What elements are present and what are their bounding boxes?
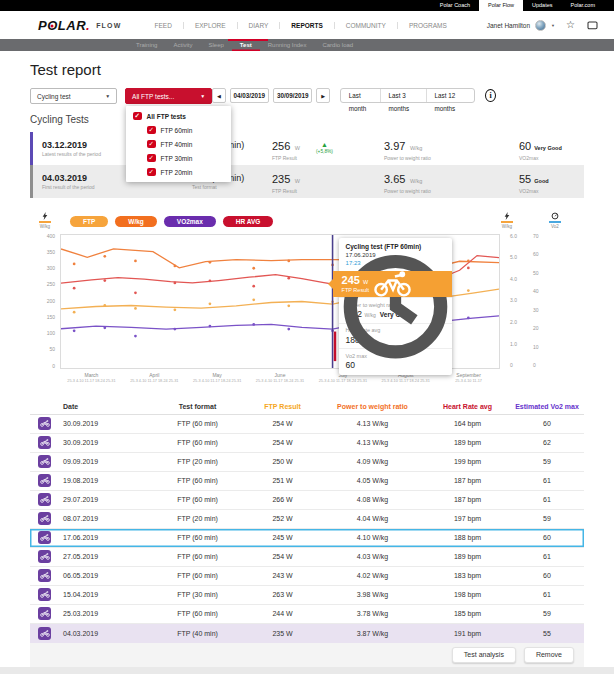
- legend-pill-w-kg[interactable]: W/kg: [115, 216, 157, 227]
- checkbox-checked-icon[interactable]: ✓: [147, 154, 156, 163]
- legend-pill-hr-avg[interactable]: HR AVG: [223, 216, 274, 227]
- data-point[interactable]: [287, 327, 290, 330]
- favorites-star-icon[interactable]: ☆: [566, 20, 575, 30]
- avatar[interactable]: [535, 20, 546, 31]
- data-point[interactable]: [287, 259, 290, 262]
- nav-item-community[interactable]: COMMUNITY: [334, 22, 397, 29]
- subnav-activity[interactable]: Activity: [165, 39, 200, 51]
- subnav-cardio-load[interactable]: Cardio load: [314, 39, 361, 51]
- range-last-3-months[interactable]: Last 3 months: [380, 89, 426, 102]
- range-last-12-months[interactable]: Last 12 months: [426, 89, 475, 102]
- nav-item-explore[interactable]: EXPLORE: [183, 22, 237, 29]
- table-row[interactable]: 19.08.2019FTP (60 min)251 W4.05 W/kg187 …: [30, 472, 584, 491]
- filter-option-ftp-20min[interactable]: ✓FTP 20min: [126, 165, 231, 179]
- filter-option-ftp-60min[interactable]: ✓FTP 60min: [126, 123, 231, 137]
- column-header-power-to-weight-ratio[interactable]: Power to weight ratio: [320, 403, 425, 410]
- column-header-ftp-result[interactable]: FTP Result: [245, 403, 320, 410]
- checkbox-checked-icon[interactable]: ✓: [147, 168, 156, 177]
- checkbox-checked-icon[interactable]: ✓: [147, 126, 156, 135]
- table-row[interactable]: 09.09.2019FTP (20 min)250 W4.09 W/kg199 …: [30, 453, 584, 472]
- tab-polar-com[interactable]: Polar.com: [562, 0, 604, 11]
- test-filter-select[interactable]: All FTP tests... ▼ ✓All FTP tests✓FTP 60…: [125, 88, 212, 104]
- table-row[interactable]: 27.05.2019FTP (60 min)254 W4.03 W/kg189 …: [30, 548, 584, 567]
- table-row[interactable]: 06.05.2019FTP (60 min)243 W4.02 W/kg183 …: [30, 567, 584, 586]
- data-point[interactable]: [467, 259, 470, 262]
- table-row[interactable]: 04.03.2019FTP (40 min)235 W3.87 W/kg191 …: [30, 624, 584, 643]
- data-point[interactable]: [209, 302, 212, 305]
- tab-polar-coach[interactable]: Polar Coach: [431, 0, 479, 11]
- data-point[interactable]: [209, 279, 212, 282]
- legend-pill-ftp[interactable]: FTP: [70, 216, 108, 227]
- tab-polar-flow[interactable]: Polar Flow: [479, 0, 523, 11]
- tab-updates[interactable]: Updates: [523, 0, 562, 11]
- data-point[interactable]: [134, 259, 137, 262]
- table-row[interactable]: 25.03.2019FTP (60 min)244 W3.78 W/kg185 …: [30, 605, 584, 624]
- column-header-date[interactable]: Date: [56, 403, 150, 410]
- plot-area[interactable]: Cycling test (FTP 60min) 17.06.2019 17:2…: [60, 234, 500, 369]
- subnav-running-index[interactable]: Running Index: [260, 39, 315, 51]
- data-point[interactable]: [252, 298, 255, 301]
- data-point[interactable]: [467, 316, 470, 319]
- legend-pill-vo2max[interactable]: VO2max: [164, 216, 216, 227]
- polar-logo[interactable]: POLAR.: [38, 18, 90, 33]
- feedback-chat-icon[interactable]: [587, 21, 598, 30]
- date-to-input[interactable]: 30/09/2019: [273, 88, 312, 103]
- checkbox-checked-icon[interactable]: ✓: [133, 112, 142, 121]
- sport-select[interactable]: Cycling test ▼: [30, 88, 117, 104]
- column-header-test-format[interactable]: Test format: [150, 403, 245, 410]
- nav-item-reports[interactable]: REPORTS: [279, 22, 333, 29]
- data-point[interactable]: [252, 266, 255, 269]
- data-point[interactable]: [103, 304, 106, 307]
- table-row[interactable]: 30.09.2019FTP (60 min)254 W4.13 W/kg189 …: [30, 434, 584, 453]
- nav-item-diary[interactable]: DIARY: [237, 22, 280, 29]
- remove-button[interactable]: Remove: [524, 647, 574, 663]
- data-point[interactable]: [209, 324, 212, 327]
- data-point[interactable]: [134, 307, 137, 310]
- data-point[interactable]: [209, 260, 212, 263]
- subnav-training[interactable]: Training: [128, 39, 165, 51]
- data-point[interactable]: [174, 264, 177, 267]
- column-header-estimated-vo2-max[interactable]: Estimated Vo2 max: [510, 403, 584, 410]
- data-point[interactable]: [174, 281, 177, 284]
- range-last-month[interactable]: Last month: [341, 89, 380, 102]
- data-point[interactable]: [103, 254, 106, 257]
- data-point[interactable]: [134, 334, 137, 337]
- data-point[interactable]: [73, 286, 76, 289]
- data-point[interactable]: [467, 266, 470, 269]
- data-point[interactable]: [252, 323, 255, 326]
- table-row[interactable]: 30.09.2019FTP (60 min)254 W4.13 W/kg164 …: [30, 415, 584, 434]
- data-point[interactable]: [103, 279, 106, 282]
- filter-option-all-ftp-tests[interactable]: ✓All FTP tests: [126, 109, 231, 123]
- info-icon[interactable]: i: [485, 89, 496, 102]
- data-point[interactable]: [467, 289, 470, 292]
- column-header-heart-rate-avg[interactable]: Heart Rate avg: [425, 403, 510, 410]
- nav-item-feed[interactable]: FEED: [144, 22, 183, 29]
- subnav-sleep[interactable]: Sleep: [200, 39, 231, 51]
- cell-vo2max: 61: [510, 477, 584, 484]
- filter-option-ftp-40min[interactable]: ✓FTP 40min: [126, 137, 231, 151]
- filter-option-ftp-30min[interactable]: ✓FTP 30min: [126, 151, 231, 165]
- table-row[interactable]: 15.04.2019FTP (30 min)263 W3.98 W/kg198 …: [30, 586, 584, 605]
- data-point[interactable]: [73, 262, 76, 265]
- user-menu-caret-icon[interactable]: ▼: [551, 23, 555, 28]
- user-name[interactable]: Janet Hamilton: [487, 22, 530, 29]
- data-point[interactable]: [252, 284, 255, 287]
- test-analysis-button[interactable]: Test analysis: [452, 647, 516, 663]
- table-row[interactable]: 08.07.2019FTP (20 min)252 W4.04 W/kg197 …: [30, 510, 584, 529]
- checkbox-checked-icon[interactable]: ✓: [147, 140, 156, 149]
- data-point[interactable]: [174, 308, 177, 311]
- next-period-button[interactable]: ▶: [316, 88, 329, 103]
- data-point[interactable]: [73, 310, 76, 313]
- date-from-input[interactable]: 04/03/2019: [230, 88, 269, 103]
- table-row[interactable]: 17.06.2019FTP (60 min)245 W4.10 W/kg188 …: [30, 529, 584, 548]
- table-row[interactable]: 29.07.2019FTP (60 min)266 W4.08 W/kg187 …: [30, 491, 584, 510]
- data-point[interactable]: [103, 326, 106, 329]
- data-point[interactable]: [174, 327, 177, 330]
- prev-period-button[interactable]: ◀: [212, 88, 225, 103]
- data-point[interactable]: [287, 276, 290, 279]
- data-point[interactable]: [73, 329, 76, 332]
- subnav-test[interactable]: Test: [232, 39, 260, 51]
- data-point[interactable]: [134, 291, 137, 294]
- nav-item-programs[interactable]: PROGRAMS: [397, 22, 458, 29]
- data-point[interactable]: [287, 304, 290, 307]
